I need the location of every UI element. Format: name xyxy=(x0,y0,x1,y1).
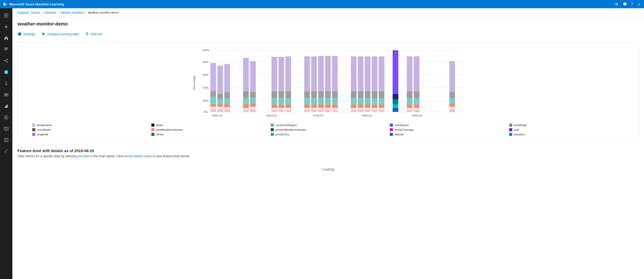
svg-rect-169 xyxy=(414,105,419,108)
topbar-right: ⚙ 💬 ? ☺ xyxy=(615,2,641,6)
svg-rect-55 xyxy=(217,104,223,107)
svg-rect-3 xyxy=(4,15,9,16)
azure-logo-icon xyxy=(3,2,7,6)
svg-text:20%: 20% xyxy=(203,99,209,102)
breadcrumb: bugbash_eastus › Datasets › Dataset moni… xyxy=(12,8,644,17)
svg-rect-168 xyxy=(414,98,419,105)
svg-rect-174 xyxy=(449,98,455,104)
legend-color-countryorregion xyxy=(271,124,274,127)
svg-rect-122 xyxy=(332,108,338,110)
svg-point-12 xyxy=(7,62,8,63)
legend-usaf: usaf xyxy=(509,128,624,131)
feedback-icon[interactable]: 💬 xyxy=(623,2,627,6)
analyze-button[interactable]: Analyze existing data xyxy=(42,31,79,37)
loading-indicator: Loading xyxy=(18,162,639,176)
legend-preciptime: precipTime xyxy=(271,133,386,136)
legend-wban: wban xyxy=(151,124,266,127)
sidebar-item-home[interactable] xyxy=(1,33,11,43)
svg-rect-61 xyxy=(224,104,230,107)
sidebar-item-datasets[interactable] xyxy=(1,67,11,77)
legend-countryorregion: countryOrRegion xyxy=(271,124,386,127)
svg-line-25 xyxy=(5,128,6,129)
svg-rect-86 xyxy=(278,108,284,110)
sidebar-item-compute[interactable] xyxy=(1,90,11,100)
toolbar: Settings Analyze existing data Refresh xyxy=(18,31,639,37)
svg-rect-51 xyxy=(210,109,216,112)
settings-icon[interactable]: ⚙ xyxy=(615,2,618,6)
svg-rect-171 xyxy=(414,110,419,112)
svg-rect-69 xyxy=(243,110,249,112)
svg-text:Percentage: Percentage xyxy=(193,75,196,90)
sidebar xyxy=(0,8,12,279)
sidebar-item-logs[interactable] xyxy=(1,135,11,145)
svg-point-10 xyxy=(4,60,5,61)
svg-rect-7 xyxy=(4,48,8,48)
legend-latitude: latitude xyxy=(390,133,505,136)
sidebar-item-menu[interactable] xyxy=(1,10,11,21)
date-link[interactable]: the date xyxy=(78,154,89,158)
breadcrumb-monitors[interactable]: Dataset monitors xyxy=(60,11,84,14)
svg-rect-177 xyxy=(449,109,455,112)
svg-rect-127 xyxy=(351,105,357,108)
analyze-label: Analyze existing data xyxy=(47,32,79,36)
chart-legend: temperature wban countryOrRegion windSpe… xyxy=(22,124,634,136)
svg-rect-84 xyxy=(278,98,284,105)
sidebar-item-models[interactable] xyxy=(1,101,11,111)
sidebar-item-edit[interactable] xyxy=(1,146,11,156)
refresh-button[interactable]: Refresh xyxy=(85,31,103,37)
legend-color-presentweather xyxy=(271,128,274,131)
layout: bugbash_eastus › Datasets › Dataset moni… xyxy=(0,8,644,279)
svg-rect-81 xyxy=(271,110,277,112)
sidebar-item-pipelines[interactable] xyxy=(1,56,11,66)
svg-rect-68 xyxy=(243,108,249,110)
chart-area[interactable]: 100% 80% 60% 40% 20% 0% Percentage xyxy=(22,47,634,119)
legend-label-longitude: longitude xyxy=(37,133,48,136)
svg-rect-67 xyxy=(243,104,249,108)
svg-rect-72 xyxy=(250,98,256,104)
legend-temperature: temperature xyxy=(32,124,147,127)
legend-label-wban: wban xyxy=(156,124,163,127)
breadcrumb-datasets[interactable]: Datasets xyxy=(44,11,56,14)
sidebar-item-notebooks[interactable] xyxy=(1,44,11,55)
help-icon[interactable]: ? xyxy=(631,2,633,6)
sidebar-item-new[interactable] xyxy=(1,22,11,32)
sidebar-item-monitor[interactable] xyxy=(1,124,11,134)
svg-rect-57 xyxy=(217,109,223,112)
svg-rect-79 xyxy=(271,105,277,108)
svg-text:80%: 80% xyxy=(203,60,209,64)
svg-rect-116 xyxy=(325,108,331,110)
svg-rect-114 xyxy=(325,98,331,105)
account-icon[interactable]: ☺ xyxy=(637,2,641,6)
breadcrumb-workspace[interactable]: bugbash_eastus xyxy=(18,11,40,14)
svg-rect-141 xyxy=(365,110,370,112)
svg-rect-128 xyxy=(351,108,357,110)
svg-rect-139 xyxy=(365,105,370,108)
svg-rect-147 xyxy=(372,110,377,112)
svg-rect-90 xyxy=(285,98,291,105)
legend-color-snowdepth xyxy=(32,128,35,131)
feature-section: Feature level drift details as of 2019-0… xyxy=(18,146,639,178)
svg-rect-66 xyxy=(243,98,249,104)
legend-color-windangle xyxy=(509,124,512,127)
legend-presentweather: presentWeatherIndicator xyxy=(271,128,386,131)
svg-rect-135 xyxy=(358,110,364,112)
svg-rect-105 xyxy=(311,110,317,112)
svg-rect-91 xyxy=(285,105,291,108)
breadcrumb-sep-1: › xyxy=(42,11,43,14)
svg-rect-134 xyxy=(358,108,364,110)
feature-link[interactable]: the feature name xyxy=(128,154,152,158)
svg-rect-48 xyxy=(210,97,216,104)
legend-label-windangle: windAngle xyxy=(514,124,527,127)
settings-button[interactable]: Settings xyxy=(18,31,35,37)
sidebar-item-experiments[interactable] xyxy=(1,78,11,89)
svg-rect-102 xyxy=(311,98,317,105)
svg-line-13 xyxy=(5,60,7,60)
svg-rect-176 xyxy=(449,107,455,109)
svg-line-27 xyxy=(7,128,8,128)
topbar-left: Microsoft Azure Machine Learning xyxy=(3,2,64,6)
feature-section-subtitle: View metrics for a specific date by sele… xyxy=(18,154,639,158)
sidebar-item-endpoints[interactable] xyxy=(1,112,11,123)
legend-windspeed: windSpeed xyxy=(390,124,505,127)
drift-chart[interactable]: 100% 80% 60% 40% 20% 0% Percentage xyxy=(22,47,634,119)
settings-icon xyxy=(18,32,22,36)
